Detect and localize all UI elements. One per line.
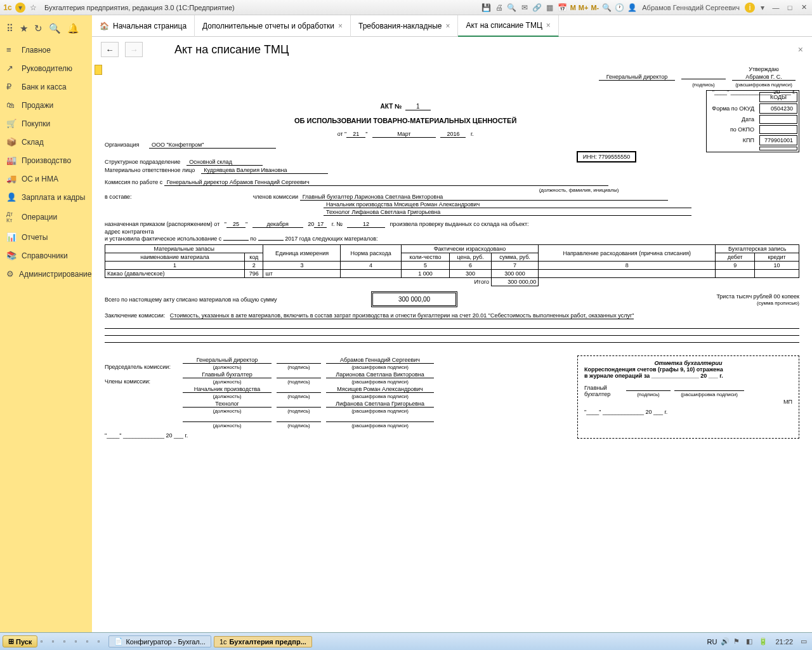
zoom-icon[interactable]: 🔍 xyxy=(601,3,612,13)
tabs-row: 🏠Начальная страница Дополнительные отчет… xyxy=(92,15,812,37)
sidebar-item-operations[interactable]: ДтКтОперации xyxy=(0,206,92,228)
app-icon: 1c xyxy=(219,638,227,646)
start-flag-icon: ⊞ xyxy=(8,637,14,646)
doc-header: ← → Акт на списание ТМЦ × xyxy=(92,37,812,62)
table-row: Какао (давальческое) 796 шт 1 000 300 30… xyxy=(105,270,799,278)
app-icon-1c: 1c xyxy=(3,3,13,13)
show-desktop-icon[interactable]: ▭ xyxy=(801,637,809,646)
taskbar-item-configurator[interactable]: 📄Конфигуратор - Бухгал... xyxy=(108,635,211,647)
app-title: Бухгалтерия предприятия, редакция 3.0 (1… xyxy=(44,4,235,11)
sidebar-item-directories[interactable]: 📚Справочники xyxy=(0,246,92,265)
link-icon[interactable]: 🔗 xyxy=(532,3,542,13)
minimize-button[interactable]: — xyxy=(770,3,782,13)
tab-act[interactable]: Акт на списание ТМЦ× xyxy=(458,15,558,37)
ql-icon[interactable]: ▫ xyxy=(40,637,49,646)
document-body: Утверждаю Генеральный директор Абрамов Г… xyxy=(92,62,812,632)
sidebar: ⠿ ★ ↻ 🔍 🔔 ≡Главное ↗Руководителю ₽Банк и… xyxy=(0,15,92,632)
apps-icon[interactable]: ⠿ xyxy=(6,23,13,34)
tab-reports[interactable]: Дополнительные отчеты и обработки× xyxy=(195,15,351,37)
maximize-button[interactable]: □ xyxy=(784,3,796,13)
start-button[interactable]: ⊞Пуск xyxy=(3,635,37,647)
inn-box: ИНН: 7799555550 xyxy=(577,151,637,162)
mail-icon[interactable]: ✉ xyxy=(520,3,530,13)
tab-home[interactable]: 🏠Начальная страница xyxy=(92,15,195,37)
bell-icon[interactable]: 🔔 xyxy=(67,23,79,34)
accounting-mark-box: Отметка бухгалтерии Корреспонденция счет… xyxy=(577,355,799,439)
gear-icon: ⚙ xyxy=(6,269,14,279)
act-number: АКТ № 1 xyxy=(105,103,799,110)
truck-icon: 🚚 xyxy=(6,174,16,183)
sidebar-item-bank[interactable]: ₽Банк и касса xyxy=(0,77,92,96)
preview-icon[interactable]: 🔍 xyxy=(507,3,517,13)
person-icon: 👤 xyxy=(6,192,16,202)
print-icon[interactable]: 🖨 xyxy=(494,3,504,13)
sidebar-item-reports[interactable]: 📊Отчеты xyxy=(0,228,92,246)
user-icon: 👤 xyxy=(627,3,637,13)
close-button[interactable]: ✕ xyxy=(798,3,809,13)
taskbar: ⊞Пуск ▫ ▫ ▫ ▫ ▫ ▫ 📄Конфигуратор - Бухгал… xyxy=(0,632,812,650)
dropdown2-icon[interactable]: ▾ xyxy=(757,3,768,13)
clock[interactable]: 21:22 xyxy=(771,638,797,646)
search-sidebar-icon[interactable]: 🔍 xyxy=(49,23,61,34)
ql-icon[interactable]: ▫ xyxy=(51,637,60,646)
app-icon: 📄 xyxy=(114,637,123,646)
tab-close-icon[interactable]: × xyxy=(338,22,343,30)
total-sum-box: 300 000,00 xyxy=(371,291,457,307)
cart-icon: 🛒 xyxy=(6,119,16,128)
bag-icon: 🛍 xyxy=(6,100,16,110)
tray-icon[interactable]: 🔊 xyxy=(721,637,730,646)
history-icon[interactable]: ↻ xyxy=(34,23,43,34)
calendar-icon[interactable]: 📅 xyxy=(558,3,568,13)
materials-table: Материальные запасы Единица измерения Но… xyxy=(105,244,799,286)
doc-subtitle: ОБ ИСПОЛЬЗОВАНИИ ТОВАРНО-МАТЕРИАЛЬНЫХ ЦЕ… xyxy=(105,117,799,124)
forward-button[interactable]: → xyxy=(125,42,143,57)
home-icon: 🏠 xyxy=(100,22,109,30)
close-doc-button[interactable]: × xyxy=(798,44,803,55)
box-icon: 📦 xyxy=(6,137,16,147)
arrow-icon: ↗ xyxy=(6,63,16,73)
menu-icon: ≡ xyxy=(6,45,16,55)
sidebar-item-salary[interactable]: 👤Зарплата и кадры xyxy=(0,188,92,206)
back-button[interactable]: ← xyxy=(101,42,119,57)
m-minus-button[interactable]: M- xyxy=(591,4,599,11)
yellow-marker xyxy=(95,65,102,75)
ql-icon[interactable]: ▫ xyxy=(86,637,95,646)
tab-close-icon[interactable]: × xyxy=(445,22,450,30)
books-icon: 📚 xyxy=(6,251,16,260)
ql-icon[interactable]: ▫ xyxy=(97,637,106,646)
ql-icon[interactable]: ▫ xyxy=(74,637,83,646)
m-plus-button[interactable]: M+ xyxy=(579,4,589,11)
sidebar-item-warehouse[interactable]: 📦Склад xyxy=(0,133,92,151)
ruble-icon: ₽ xyxy=(6,82,16,91)
titlebar: 1c ▾ ☆ Бухгалтерия предприятия, редакция… xyxy=(0,0,812,15)
lang-indicator[interactable]: RU xyxy=(707,638,717,646)
clock-icon[interactable]: 🕐 xyxy=(614,3,624,13)
fav-star-icon[interactable]: ★ xyxy=(20,23,28,34)
taskbar-item-accounting[interactable]: 1cБухгалтерия предпр... xyxy=(214,636,312,647)
sidebar-item-sales[interactable]: 🛍Продажи xyxy=(0,96,92,114)
page-title: Акт на списание ТМЦ xyxy=(174,43,289,56)
tab-demands[interactable]: Требования-накладные× xyxy=(351,15,458,37)
star-icon[interactable]: ☆ xyxy=(28,3,38,13)
dropdown-icon[interactable]: ▾ xyxy=(15,3,25,13)
sidebar-item-manager[interactable]: ↗Руководителю xyxy=(0,59,92,77)
dtkt-icon: ДтКт xyxy=(6,211,16,223)
factory-icon: 🏭 xyxy=(6,156,16,165)
m-button[interactable]: M xyxy=(570,4,576,11)
user-name[interactable]: Абрамов Геннадий Сергеевич xyxy=(639,4,742,11)
tray-icon[interactable]: 🔋 xyxy=(759,637,768,646)
chart-icon: 📊 xyxy=(6,232,16,242)
ql-icon[interactable]: ▫ xyxy=(63,637,72,646)
sidebar-item-purchases[interactable]: 🛒Покупки xyxy=(0,114,92,133)
tray-icon[interactable]: ⚑ xyxy=(733,637,742,646)
save-icon[interactable]: 💾 xyxy=(481,3,492,13)
sidebar-item-assets[interactable]: 🚚ОС и НМА xyxy=(0,169,92,188)
tab-close-icon[interactable]: × xyxy=(546,21,551,30)
codes-box: КОДЫ Форма по ОКУД0504230 Дата по ОКПО К… xyxy=(706,90,799,152)
sidebar-item-admin[interactable]: ⚙Администрирование xyxy=(0,265,92,283)
sidebar-item-production[interactable]: 🏭Производство xyxy=(0,151,92,169)
sidebar-item-main[interactable]: ≡Главное xyxy=(0,41,92,59)
tray-icon[interactable]: ◧ xyxy=(746,637,755,646)
calc-icon[interactable]: ▦ xyxy=(545,3,555,13)
info-icon[interactable]: i xyxy=(745,3,755,13)
